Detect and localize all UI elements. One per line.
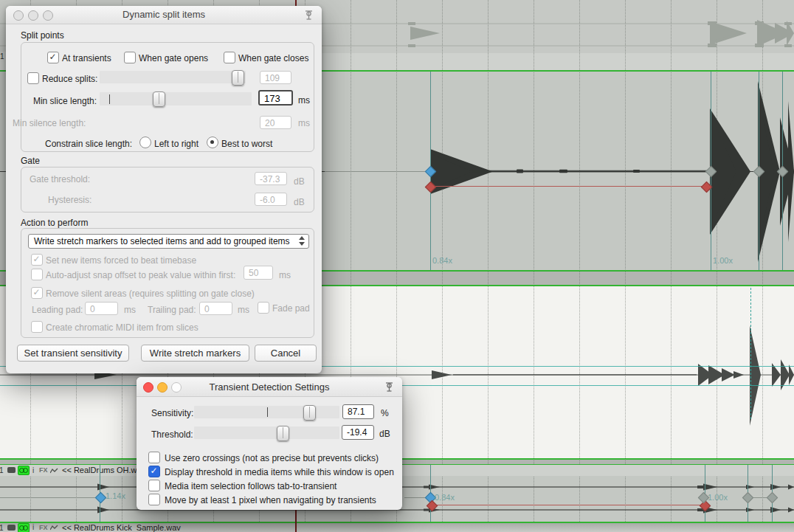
unit-label: % xyxy=(381,408,389,418)
checkbox-remove-silent[interactable] xyxy=(31,287,43,299)
envelope-icon[interactable] xyxy=(50,468,58,474)
checkbox-zero-crossings[interactable] xyxy=(148,452,160,463)
constrain-label: Constrain slice length: xyxy=(45,139,132,149)
checkbox-when-gate-opens[interactable] xyxy=(124,52,136,63)
threshold-value[interactable]: -19.4 xyxy=(342,425,374,440)
stretch-span-line xyxy=(325,171,428,172)
radio-label: Left to right xyxy=(154,139,198,149)
dialog-title: Dynamic split items xyxy=(6,9,322,20)
stretch-span-line xyxy=(0,497,96,498)
slider-tick xyxy=(267,407,268,417)
pin-icon[interactable] xyxy=(384,381,395,393)
checkbox-label: When gate closes xyxy=(238,53,308,63)
unit-label: dB xyxy=(379,429,390,439)
set-transient-sensitivity-button[interactable]: Set transient sensitivity xyxy=(17,345,129,362)
unit-label: dB xyxy=(294,176,305,187)
item-group-chain-icon[interactable] xyxy=(18,523,30,532)
item-number: 1 xyxy=(0,52,4,61)
min-silence-value[interactable]: 20 xyxy=(260,116,291,129)
checkbox-move-one-pixel[interactable] xyxy=(148,494,160,505)
reduce-splits-slider[interactable] xyxy=(100,71,246,83)
checkbox-item-selection-follows[interactable] xyxy=(148,480,160,491)
item-number: 1 xyxy=(0,524,4,532)
checkbox-label: Auto-adjust snap offset to peak value wi… xyxy=(46,270,235,280)
checkbox-label: Remove silent areas (requires splitting … xyxy=(46,289,255,299)
checkbox-auto-adjust-snap[interactable] xyxy=(31,269,43,280)
gate-threshold-label: Gate threshold: xyxy=(30,174,90,184)
threshold-slider-thumb[interactable] xyxy=(277,426,289,441)
min-slice-slider-thumb[interactable] xyxy=(153,91,165,107)
edit-cursor xyxy=(295,508,297,532)
media-item-titlebar[interactable]: 1 i FX << RealDrums Kick Sample.wav xyxy=(0,523,794,532)
envelope-icon[interactable] xyxy=(50,525,58,531)
item-properties-icon[interactable]: i xyxy=(32,466,34,474)
radio-best-to-worst[interactable] xyxy=(207,137,218,148)
stepper-up-icon xyxy=(299,236,305,240)
write-stretch-markers-button[interactable]: Write stretch markers xyxy=(141,345,249,362)
hysteresis-value[interactable]: -6.0 xyxy=(255,193,287,206)
radio-left-to-right[interactable] xyxy=(139,137,151,148)
gate-threshold-value[interactable]: -37.3 xyxy=(255,172,287,185)
min-silence-label: Min silence length: xyxy=(13,118,86,128)
dialog-titlebar[interactable]: Transient Detection Settings xyxy=(137,377,402,397)
checkbox-label: Set new items forced to beat timebase xyxy=(46,255,196,266)
stretch-span-line-red xyxy=(433,186,705,187)
checkbox-label: Fade pad xyxy=(272,303,310,314)
item-notes-icon[interactable] xyxy=(7,525,15,531)
unit-label: dB xyxy=(294,197,305,207)
checkbox-label: Display threshold in media items while t… xyxy=(165,467,394,477)
item-properties-icon[interactable]: i xyxy=(32,523,34,531)
leading-pad-label: Leading pad: xyxy=(32,305,83,315)
trailing-pad-value[interactable]: 0 xyxy=(199,302,232,315)
checkbox-display-threshold[interactable] xyxy=(148,466,160,477)
checkbox-at-transients[interactable] xyxy=(47,52,59,63)
min-slice-label: Min slice length: xyxy=(32,96,97,106)
reaper-arrange-view: 0.84x 1.00x 1 i FX << RealDrums OH.w xyxy=(0,0,794,532)
action-dropdown[interactable]: Write stretch markers to selected items … xyxy=(28,234,309,249)
item-label: << RealDrums Kick Sample.wav xyxy=(62,523,181,532)
checkbox-chromatic-midi[interactable] xyxy=(31,321,43,333)
stretch-span-line-red xyxy=(434,505,702,505)
item-notes-icon[interactable] xyxy=(7,467,15,473)
action-dropdown-value: Write stretch markers to selected items … xyxy=(34,236,290,246)
take-fx-icon[interactable]: FX xyxy=(39,466,48,474)
checkbox-label: Media item selection follows tab-to-tran… xyxy=(165,481,336,491)
checkbox-label: Move by at least 1 pixel when navigating… xyxy=(165,495,376,505)
sensitivity-slider-thumb[interactable] xyxy=(303,405,316,421)
threshold-slider[interactable] xyxy=(194,426,339,439)
unit-label: ms xyxy=(298,118,310,128)
unit-label: ms xyxy=(124,305,136,315)
cancel-button[interactable]: Cancel xyxy=(255,345,317,362)
dialog-title: Transient Detection Settings xyxy=(137,381,402,393)
unit-label: ms xyxy=(298,95,310,106)
checkbox-beat-timebase[interactable] xyxy=(31,254,43,266)
transient-detection-settings-dialog: Transient Detection Settings Sensitivity… xyxy=(137,377,402,510)
item-number: 1 xyxy=(0,466,4,474)
min-slice-slider[interactable] xyxy=(100,92,252,106)
unit-label: ms xyxy=(279,270,291,280)
stretch-rate-label: 1.00x xyxy=(713,256,733,265)
dialog-titlebar[interactable]: Dynamic split items xyxy=(6,6,322,24)
checkbox-fade-pad[interactable] xyxy=(258,302,269,314)
auto-adjust-value[interactable]: 50 xyxy=(244,266,273,280)
stretch-rate-label: 1.14x xyxy=(106,491,125,500)
reduce-splits-value[interactable]: 109 xyxy=(260,71,291,84)
item-group-chain-icon[interactable] xyxy=(18,466,30,475)
checkbox-when-gate-closes[interactable] xyxy=(224,52,235,63)
edit-cursor xyxy=(295,0,297,6)
reduce-splits-slider-thumb[interactable] xyxy=(232,70,244,86)
stretch-rate-label: 0.84x xyxy=(432,256,452,265)
pin-icon[interactable] xyxy=(303,9,314,21)
sensitivity-value[interactable]: 87.1 xyxy=(342,404,374,419)
checkbox-label: When gate opens xyxy=(139,53,208,63)
stretch-span-line xyxy=(404,497,427,498)
transient-position-line xyxy=(750,288,751,419)
take-fx-icon[interactable]: FX xyxy=(39,524,48,531)
radio-label: Best to worst xyxy=(221,139,272,149)
stretch-rate-label: 1.00x xyxy=(708,493,728,502)
section-label-gate: Gate xyxy=(21,156,40,166)
min-slice-value[interactable]: 173 xyxy=(258,90,293,106)
checkbox-reduce-splits[interactable] xyxy=(27,72,39,84)
leading-pad-value[interactable]: 0 xyxy=(85,302,118,315)
checkbox-label: Reduce splits: xyxy=(42,74,97,84)
